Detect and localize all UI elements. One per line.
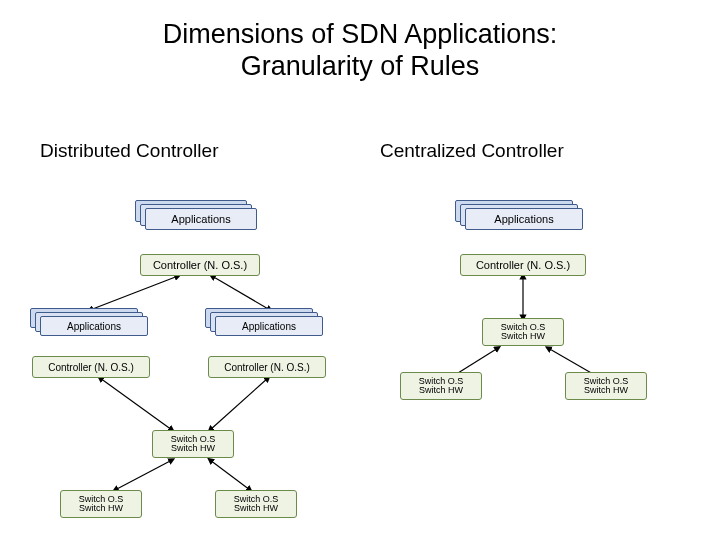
svg-line-0 <box>90 276 178 310</box>
dist-switch-bl: Switch O.S Switch HW <box>60 490 142 518</box>
cent-switch-top-l2: Switch HW <box>501 332 545 341</box>
cent-switch-br-l2: Switch HW <box>584 386 628 395</box>
cent-apps-label: Applications <box>465 208 583 230</box>
svg-line-4 <box>115 460 172 490</box>
cent-switch-bl: Switch O.S Switch HW <box>400 372 482 400</box>
dist-switch-br-l2: Switch HW <box>234 504 278 513</box>
cent-controller: Controller (N. O.S.) <box>460 254 586 276</box>
dist-top-controller: Controller (N. O.S.) <box>140 254 260 276</box>
svg-line-1 <box>212 276 270 310</box>
title-line-2: Granularity of Rules <box>0 50 720 82</box>
dist-apps-b-label: Applications <box>215 316 323 336</box>
dist-controller-a: Controller (N. O.S.) <box>32 356 150 378</box>
dist-switch-br: Switch O.S Switch HW <box>215 490 297 518</box>
dist-switch-top: Switch O.S Switch HW <box>152 430 234 458</box>
dist-top-apps-label: Applications <box>145 208 257 230</box>
svg-line-5 <box>210 460 250 490</box>
dist-controller-b: Controller (N. O.S.) <box>208 356 326 378</box>
dist-switch-top-l2: Switch HW <box>171 444 215 453</box>
cent-switch-br: Switch O.S Switch HW <box>565 372 647 400</box>
page-title: Dimensions of SDN Applications: Granular… <box>0 0 720 83</box>
svg-line-2 <box>100 378 172 430</box>
title-line-1: Dimensions of SDN Applications: <box>0 18 720 50</box>
svg-line-3 <box>210 378 268 430</box>
heading-centralized: Centralized Controller <box>380 140 564 162</box>
dist-apps-a-label: Applications <box>40 316 148 336</box>
cent-switch-top: Switch O.S Switch HW <box>482 318 564 346</box>
cent-switch-bl-l2: Switch HW <box>419 386 463 395</box>
dist-switch-bl-l2: Switch HW <box>79 504 123 513</box>
heading-distributed: Distributed Controller <box>40 140 218 162</box>
